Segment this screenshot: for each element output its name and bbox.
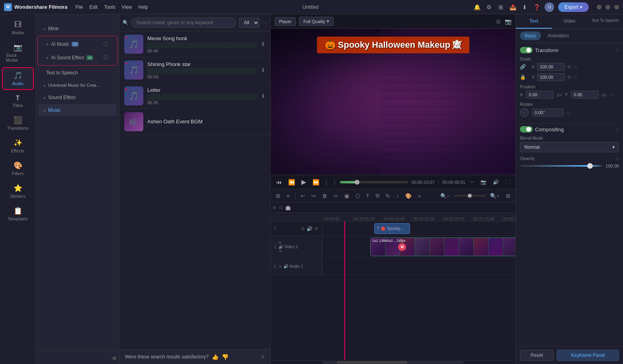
panel-music[interactable]: ▸ Music [38, 104, 117, 116]
redo-button[interactable]: ↪ [309, 192, 318, 200]
video-clip[interactable]: 1x1 13840x2... 24fps [370, 237, 516, 256]
crop-button[interactable]: ▣ [342, 192, 351, 200]
volume-button[interactable]: 🔊 [491, 179, 500, 186]
blend-mode-select[interactable]: Normal ▾ [520, 142, 619, 152]
thumbs-down-button[interactable]: 👎 [222, 354, 228, 360]
clip-button[interactable]: ✂ [469, 179, 476, 186]
export-button[interactable]: Export ▾ [558, 2, 589, 12]
screenshot-button[interactable]: 📷 [479, 179, 488, 186]
toolbar-effects[interactable]: ✨ Effects [2, 135, 34, 156]
keyframe-panel-button[interactable]: Keyframe Panel [557, 350, 619, 361]
timeline-settings-btn[interactable]: ⊞ [504, 192, 512, 200]
audio-btn[interactable]: ♪ [395, 192, 401, 200]
fullscreen-button[interactable]: ⛶ [504, 179, 512, 186]
play-button[interactable]: ▶ [300, 177, 308, 187]
frame-back-button[interactable]: ⏪ [287, 178, 297, 186]
panel-ai-sound-effect[interactable]: ▸ AI Sound Effect AI ⓘ [41, 51, 114, 64]
user-avatar[interactable]: U [545, 2, 554, 12]
minimize-button[interactable] [597, 5, 602, 10]
toolbar-audio[interactable]: 🎵 Audio [2, 67, 34, 90]
toolbar-transitions[interactable]: ⬛ Transitions [2, 113, 34, 134]
tab-video[interactable]: Video [552, 14, 588, 29]
track-audio-a1[interactable]: 🔊 [283, 264, 288, 269]
track-icon-v1[interactable]: ⊕ [279, 241, 283, 245]
text-button[interactable]: T [364, 192, 371, 200]
pos-keyframe[interactable]: ◇ [610, 92, 613, 97]
mark-in-button[interactable]: { [324, 179, 329, 186]
settings-icon[interactable]: ⚙ [485, 3, 493, 11]
player-mode-button[interactable]: Player [275, 17, 296, 26]
zoom-in-btn[interactable]: 🔍+ [488, 192, 502, 200]
thumbs-up-button[interactable]: 👍 [212, 354, 219, 360]
download-icon[interactable]: ⬇ [521, 3, 529, 11]
progress-bar[interactable] [340, 181, 408, 183]
grid-icon[interactable]: ⊞ [497, 3, 505, 11]
more-tools-btn[interactable]: » [416, 192, 423, 200]
subtab-basic[interactable]: Basic [520, 31, 541, 40]
download-icon-1[interactable]: ⬇ [261, 41, 266, 47]
audio-item[interactable]: ♥ 🎵 Letter 06:35 ⬇ [119, 83, 270, 109]
toolbar-templates[interactable]: 📋 Templates [2, 203, 34, 224]
rotate-button[interactable]: ↻ [384, 192, 392, 200]
scale-x-input[interactable] [537, 63, 565, 71]
collapse-icon[interactable]: ◀ [111, 354, 116, 361]
notification-icon[interactable]: 🔔 [473, 3, 481, 11]
menu-help[interactable]: Help [138, 4, 148, 10]
filter-select[interactable]: All [239, 18, 260, 28]
audio-item[interactable]: ♥ 🎵 Meow Song honk 00:46 ⬇ [119, 31, 270, 57]
tab-tts[interactable]: Text To Speech [587, 14, 623, 29]
track-add-a1[interactable]: ⊕ [279, 264, 282, 269]
timeline-grid-icon[interactable]: ⊞ [274, 192, 282, 200]
opacity-keyframe[interactable]: ◇ [615, 156, 619, 161]
mark-out-button[interactable]: } [332, 179, 337, 186]
search-input[interactable] [131, 18, 236, 28]
opacity-slider-track[interactable] [520, 165, 602, 167]
undo-button[interactable]: ↩ [299, 192, 307, 200]
scale-x-keyframe[interactable]: ◇ [574, 64, 577, 70]
panel-universal-music[interactable]: ▸ Universal Music for Crea... [38, 80, 117, 91]
menu-file[interactable]: File [75, 4, 83, 10]
transform-toggle[interactable] [520, 47, 533, 53]
track-add-icon[interactable]: ⊕ [301, 226, 305, 232]
compositing-toggle[interactable] [520, 126, 533, 132]
reset-button[interactable]: Reset [520, 350, 554, 361]
hscroll-track[interactable] [322, 361, 464, 364]
scale-link-icon[interactable]: 🔗 [520, 64, 526, 70]
audio-item[interactable]: ♥ 🎵 Shining Phonk star 00:58 ⬇ [119, 57, 270, 83]
scale-y-input[interactable] [537, 73, 565, 81]
timeline-ripple-icon[interactable]: ≡ [285, 192, 292, 200]
more-options-icon[interactable]: ··· [262, 19, 267, 26]
download-icon-3[interactable]: ⬇ [261, 93, 266, 99]
question-icon[interactable]: ❓ [533, 3, 541, 11]
panel-ai-music[interactable]: ▸ AI Music AI ⓘ [41, 37, 114, 51]
scale-y-keyframe[interactable]: ◇ [574, 74, 577, 80]
close-button[interactable] [614, 5, 619, 10]
menu-edit[interactable]: Edit [90, 4, 98, 10]
track-audio-v1[interactable]: 🔊 [279, 245, 283, 249]
menu-tools[interactable]: Tools [104, 4, 115, 10]
zoom-out-btn[interactable]: 🔍− [438, 192, 452, 200]
panel-sound-effect[interactable]: ▸ Sound Effect [38, 91, 117, 103]
title-clip[interactable]: T 🔴 Spooky... [374, 223, 410, 234]
toolbar-stock-media[interactable]: 📷 Stock Media [2, 40, 34, 66]
snapshot-icon[interactable]: 📷 [505, 18, 512, 25]
quality-select[interactable]: Full Quality ▾ [299, 17, 334, 26]
delete-button[interactable]: 🗑 [320, 192, 329, 200]
share-icon[interactable]: 📤 [509, 3, 517, 11]
toolbar-stickers[interactable]: ⭐ Stickers [2, 181, 34, 202]
satisfaction-close-button[interactable]: ✕ [261, 354, 265, 360]
subtab-animation[interactable]: Animation [543, 31, 573, 40]
color-btn[interactable]: 🎨 [403, 192, 414, 200]
pos-y-input[interactable] [571, 91, 599, 99]
add-track-icon[interactable]: ⊕ [272, 205, 276, 210]
rotate-knob[interactable]: ○ [520, 108, 529, 117]
detach-audio-button[interactable]: ⬡ [353, 192, 362, 200]
tab-text[interactable]: Text [516, 14, 552, 29]
toolbar-media[interactable]: 🎞 Media [2, 18, 34, 38]
frame-forward-button[interactable]: ⏩ [311, 178, 321, 186]
zoom-slider[interactable] [454, 195, 486, 197]
cut-button[interactable]: ✂ [332, 192, 340, 200]
track-eye-v1[interactable]: 👁 [279, 249, 283, 253]
audio-item[interactable]: 🎼 Ashen Oath Event BGM [119, 109, 270, 135]
track-eye-icon[interactable]: 👁 [314, 226, 319, 232]
